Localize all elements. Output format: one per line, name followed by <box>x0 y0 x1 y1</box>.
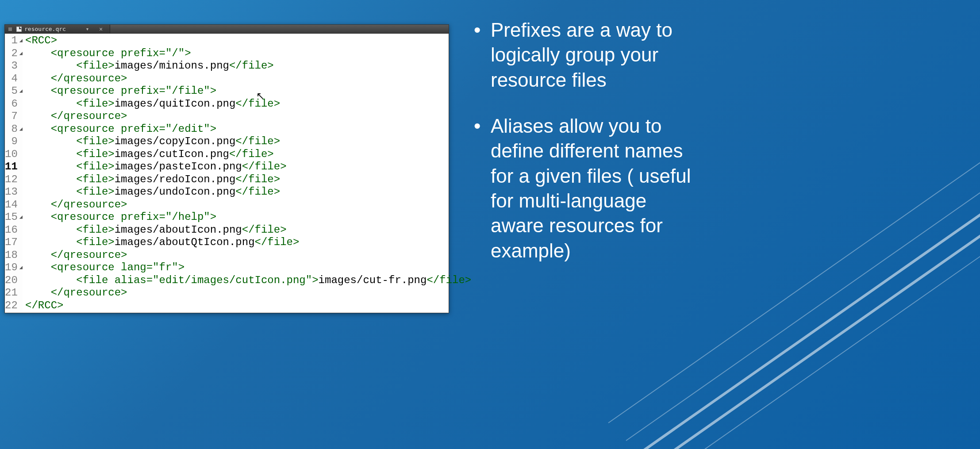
code-line[interactable]: <file alias="edit/images/cutIcon.png">im… <box>25 274 471 287</box>
line-number: 2 <box>5 47 19 60</box>
bullet-item: Aliases allow you to define different na… <box>471 114 697 263</box>
code-area[interactable]: 12345678910111213141516171819202122 ◢◢◢◢… <box>5 34 449 313</box>
editor-tab-title: resource.qrc <box>24 26 66 32</box>
code-line[interactable]: <qresource prefix="/"> <box>25 47 471 60</box>
code-line[interactable]: </qresource> <box>25 199 471 211</box>
tab-dropdown-icon[interactable]: ▾ <box>69 27 93 31</box>
line-number: 1 <box>5 35 19 47</box>
code-line[interactable]: <file>images/pasteIcon.png</file> <box>25 161 471 173</box>
fold-spacer <box>19 98 23 111</box>
fold-spacer <box>19 299 23 312</box>
fold-spacer <box>19 161 23 173</box>
code-line[interactable]: <file>images/undoIcon.png</file> <box>25 186 471 199</box>
code-line[interactable]: </qresource> <box>25 73 471 85</box>
line-number: 3 <box>5 60 19 73</box>
line-number: 15 <box>5 211 19 224</box>
fold-toggle-icon[interactable]: ◢ <box>19 35 23 47</box>
code-line[interactable]: </qresource> <box>25 287 471 299</box>
fold-spacer <box>19 236 23 249</box>
fold-spacer <box>19 249 23 262</box>
fold-toggle-icon[interactable]: ◢ <box>19 261 23 274</box>
code-line[interactable]: <file>images/copyIcon.png</file> <box>25 135 471 148</box>
code-line[interactable]: <file>images/aboutIcon.png</file> <box>25 224 471 237</box>
fold-spacer <box>19 224 23 237</box>
code-content[interactable]: <RCC> <qresource prefix="/"> <file>image… <box>23 34 471 313</box>
code-line[interactable]: <file>images/aboutQtIcon.png</file> <box>25 236 471 249</box>
code-line[interactable]: <file>images/minions.png</file> <box>25 60 471 73</box>
line-number: 17 <box>5 236 19 249</box>
fold-spacer <box>19 73 23 85</box>
line-number-gutter: 12345678910111213141516171819202122 <box>5 34 19 313</box>
code-line[interactable]: </RCC> <box>25 299 471 312</box>
fold-spacer <box>19 148 23 161</box>
line-number: 20 <box>5 274 19 287</box>
line-number: 11 <box>5 161 19 173</box>
code-line[interactable]: <qresource prefix="/help"> <box>25 211 471 224</box>
line-number: 12 <box>5 173 19 186</box>
editor-tab[interactable]: resource.qrc ▾ × <box>5 25 110 33</box>
window-menu-icon <box>8 27 12 31</box>
line-number: 6 <box>5 98 19 111</box>
fold-toggle-icon[interactable]: ◢ <box>19 123 23 136</box>
line-number: 19 <box>5 261 19 274</box>
editor-window: resource.qrc ▾ × 12345678910111213141516… <box>4 24 449 313</box>
fold-spacer <box>19 186 23 199</box>
line-number: 4 <box>5 73 19 85</box>
fold-toggle-icon[interactable]: ◢ <box>19 211 23 224</box>
fold-spacer <box>19 60 23 73</box>
fold-toggle-icon[interactable]: ◢ <box>19 47 23 60</box>
line-number: 18 <box>5 249 19 262</box>
code-line[interactable]: </qresource> <box>25 110 471 123</box>
line-number: 10 <box>5 148 19 161</box>
line-number: 13 <box>5 186 19 199</box>
fold-spacer <box>19 110 23 123</box>
code-line[interactable]: <RCC> <box>25 35 471 47</box>
code-line[interactable]: <file>images/redoIcon.png</file> <box>25 173 471 186</box>
code-line[interactable]: <file>images/quitIcon.png</file> <box>25 98 471 111</box>
line-number: 22 <box>5 299 19 312</box>
fold-spacer <box>19 135 23 148</box>
line-number: 8 <box>5 123 19 136</box>
code-line[interactable]: </qresource> <box>25 249 471 262</box>
line-number: 14 <box>5 199 19 211</box>
fold-toggle-icon[interactable]: ◢ <box>19 85 23 98</box>
code-line[interactable]: <qresource lang="fr"> <box>25 261 471 274</box>
fold-column[interactable]: ◢◢◢◢◢◢ <box>19 34 23 313</box>
line-number: 16 <box>5 224 19 237</box>
tab-close-icon[interactable]: × <box>96 26 106 33</box>
fold-spacer <box>19 287 23 299</box>
fold-spacer <box>19 173 23 186</box>
file-icon <box>16 27 22 32</box>
line-number: 7 <box>5 110 19 123</box>
line-number: 9 <box>5 135 19 148</box>
fold-spacer <box>19 274 23 287</box>
line-number: 21 <box>5 287 19 299</box>
code-line[interactable]: <file>images/cutIcon.png</file> <box>25 148 471 161</box>
code-line[interactable]: <qresource prefix="/edit"> <box>25 123 471 136</box>
fold-spacer <box>19 199 23 211</box>
line-number: 5 <box>5 85 19 98</box>
editor-titlebar: resource.qrc ▾ × <box>5 25 449 34</box>
slide-bullets: Prefixes are a way to logically group yo… <box>471 18 697 284</box>
code-line[interactable]: <qresource prefix="/file"> <box>25 85 471 98</box>
bullet-item: Prefixes are a way to logically group yo… <box>471 18 697 92</box>
